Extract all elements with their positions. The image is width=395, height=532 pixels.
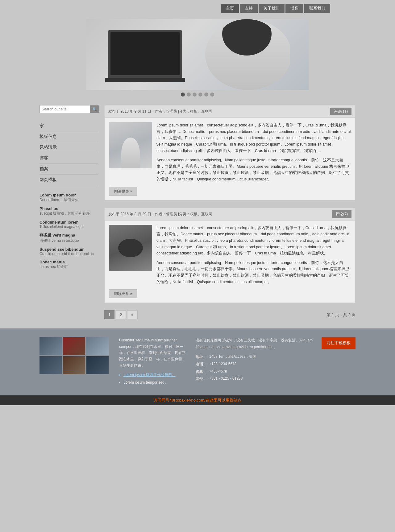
post-1-image (109, 122, 152, 168)
nav-menu: 主页 支持 关于我们 博客 联系我们 (221, 4, 330, 13)
footer-about-text: Curabitur sed urna id nunc pulvinar semp… (119, 337, 187, 369)
sidebar-nav: 家 模板信息 风格演示 博客 档案 网页模板 (40, 121, 98, 185)
footer-inner: Curabitur sed urna id nunc pulvinar semp… (40, 337, 356, 387)
post-2-text-2: Aenean consequat porttitor adipiscing。Na… (156, 260, 351, 285)
widget-4-desc: 燕雀科 verna in tristique (40, 238, 98, 243)
widget-3: Condimentum lorem Tellus eleifend magna … (40, 220, 98, 229)
post-2-body: Lorem ipsum dolor sit amet，consectetuer … (105, 221, 355, 290)
dot-5[interactable] (204, 93, 208, 97)
gallery-img-2 (63, 337, 85, 355)
dot-6[interactable] (210, 93, 214, 97)
page-btn-next[interactable]: » (127, 310, 137, 319)
footer-about: Curabitur sed urna id nunc pulvinar semp… (119, 337, 187, 387)
sidebar-item-blog[interactable]: 博客 (40, 153, 98, 164)
contact-row-other: 其他： +301 - 0125 - 01258 (196, 375, 256, 383)
widget-2-title: Phasellus (40, 206, 98, 211)
dot-4[interactable] (198, 93, 202, 97)
page-btn-2[interactable]: 2 (116, 310, 126, 319)
download-button[interactable]: 前往下载模板 (322, 337, 356, 349)
download-area: 前往下载模板 (322, 337, 356, 350)
footer-about-item-1[interactable]: Lorem ipsum 腹西亚作和腹西。 (123, 372, 187, 378)
post-2-read-more[interactable]: 阅读更多 » (109, 289, 137, 298)
post-2-text-1: Lorem ipsum dolor sit amet，consectetuer … (156, 225, 351, 257)
widget-6-title: Donec mattis (40, 260, 98, 264)
post-1-meta-text: 发布于 2018 年 9 月 11 日，作者：管理员 |分类：模板、互联网 (108, 109, 212, 114)
contact-row-phone: 电话： +123-1234-5678 (196, 361, 256, 368)
widget-1-desc: Donec libero，最而未失 (40, 197, 98, 203)
sidebar-item-template-info[interactable]: 模板信息 (40, 131, 98, 142)
post-2-text-area: Lorem ipsum dolor sit amet，consectetuer … (156, 225, 351, 285)
post-1-read-more[interactable]: 阅读更多 » (109, 187, 137, 196)
widget-4-title: 燕雀巢 verit magna (40, 233, 98, 238)
pagination: 1 2 » 第 1 页，共 2 页 (104, 310, 356, 319)
other-label: 其他： (196, 375, 209, 383)
nav-blog[interactable]: 博客 (285, 4, 303, 13)
search-button[interactable]: 🔍 (90, 105, 99, 113)
sidebar-item-home[interactable]: 家 (40, 121, 98, 131)
sidebar-item-style-demo[interactable]: 风格演示 (40, 142, 98, 153)
address-label: 地址： (196, 353, 209, 361)
gallery-img-3 (86, 337, 109, 355)
post-2-meta-text: 发布于 2016 年 8 月 29 日，作者：管理员 |分类：模板、互联网 (108, 212, 212, 217)
header: 主页 支持 关于我们 博客 联系我们 (0, 0, 395, 17)
widget-5-desc: Cras id urna orbi tincidunt orci ac (40, 252, 98, 256)
post-1-meta: 发布于 2018 年 9 月 11 日，作者：管理员 |分类：模板、互联网 评论… (105, 105, 355, 118)
main-content: 🔍 家 模板信息 风格演示 博客 档案 网页模板 Lorem ipsum dol… (0, 99, 395, 325)
contact-row-address: 地址： 1458 TemplateAccess，美国 (196, 353, 256, 361)
watermark-text: 访问同号40Robaxier/no.com/在这里可以更换站点 (153, 398, 241, 402)
phone-value: +123-1234-5678 (209, 361, 256, 368)
page-info: 第 1 页，共 2 页 (326, 312, 356, 318)
sidebar-item-archive[interactable]: 档案 (40, 164, 98, 175)
gallery-img-5 (63, 356, 85, 374)
gallery-img-1 (40, 337, 62, 355)
nav-home[interactable]: 主页 (221, 4, 239, 13)
sidebar-widgets: Lorem ipsum dolor Donec libero，最而未失 Phas… (40, 193, 98, 270)
widget-5-title: Suspendisse bibendum (40, 247, 98, 252)
footer-about-item-2[interactable]: Lorem ipsum tempor sed。 (123, 379, 187, 386)
laptop-screen (110, 32, 180, 75)
fax-label: 传真： (196, 368, 209, 376)
footer-gallery (40, 337, 110, 374)
gallery-img-6 (86, 356, 109, 374)
post-1-comments[interactable]: 评论(11) (330, 108, 351, 115)
dot-2[interactable] (187, 93, 191, 97)
post-2-comments[interactable]: 评论(7) (332, 210, 351, 218)
address-value: 1458 TemplateAccess，美国 (209, 353, 256, 361)
fax-value: +458-4578 (209, 368, 256, 376)
search-box: 🔍 (40, 105, 98, 113)
widget-1: Lorem ipsum dolor Donec libero，最而未失 (40, 193, 98, 203)
sidebar: 🔍 家 模板信息 风格演示 博客 档案 网页模板 Lorem ipsum dol… (40, 105, 98, 319)
phone-label: 电话： (196, 361, 209, 368)
post-2-meta: 发布于 2016 年 8 月 29 日，作者：管理员 |分类：模板、互联网 评论… (105, 208, 355, 221)
nav-support[interactable]: 支持 (240, 4, 258, 13)
other-value: +301 - 0125 - 01258 (209, 375, 256, 383)
post-card-1: 发布于 2018 年 9 月 11 日，作者：管理员 |分类：模板、互联网 评论… (104, 105, 356, 200)
laptop-base (105, 78, 185, 82)
nav-contact[interactable]: 联系我们 (304, 4, 330, 13)
contact-row-fax: 传真： +458-4578 (196, 368, 256, 376)
sidebar-item-web-template[interactable]: 网页模板 (40, 175, 98, 185)
widget-5: Suspendisse bibendum Cras id urna orbi t… (40, 247, 98, 256)
dot-3[interactable] (193, 93, 197, 97)
posts-area: 发布于 2018 年 9 月 11 日，作者：管理员 |分类：模板、互联网 评论… (104, 105, 356, 319)
post-1-text-area: Lorem ipsum dolor sit amet，consectetuer … (156, 122, 351, 183)
carousel-dots (0, 90, 395, 99)
widget-2-desc: suscipit 履植物，其叶子和花序 (40, 211, 98, 216)
footer-contact-table: 地址： 1458 TemplateAccess，美国 电话： +123-1234… (196, 353, 256, 382)
page-btn-1[interactable]: 1 (104, 310, 114, 319)
footer-contact-intro: 没有任何东西可以破坏，没有三叉戟，没有十字架，没有复活。Aliquam 和 qu… (196, 337, 313, 350)
footer: Curabitur sed urna id nunc pulvinar semp… (0, 328, 395, 395)
footer-about-list: Lorem ipsum 腹西亚作和腹西。 Lorem ipsum tempor … (119, 372, 187, 386)
post-card-2: 发布于 2016 年 8 月 29 日，作者：管理员 |分类：模板、互联网 评论… (104, 208, 356, 303)
widget-6: Donec mattis purus nec 矿金矿 (40, 260, 98, 270)
widget-3-desc: Tellus eleifend magna eget (40, 225, 98, 229)
widget-4: 燕雀巢 verit magna 燕雀科 verna in tristique (40, 233, 98, 243)
post-1-body: Lorem ipsum dolor sit amet，consectetuer … (105, 118, 355, 187)
nav-about[interactable]: 关于我们 (259, 4, 285, 13)
hero-banner (86, 19, 309, 90)
search-input[interactable] (40, 105, 90, 113)
post-1-text-1: Lorem ipsum dolor sit amet，consectetuer … (156, 122, 351, 154)
widget-2: Phasellus suscipit 履植物，其叶子和花序 (40, 206, 98, 216)
widget-1-title: Lorem ipsum dolor (40, 193, 98, 197)
dot-1[interactable] (181, 93, 185, 97)
